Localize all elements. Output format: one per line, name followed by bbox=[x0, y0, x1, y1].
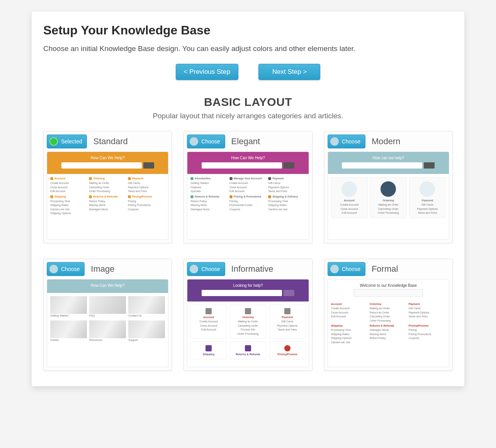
previous-step-button[interactable]: < Previous Step bbox=[176, 64, 239, 80]
select-label: Choose bbox=[342, 266, 360, 272]
preview-hero: How Can We Help? bbox=[47, 279, 168, 293]
preview-hero: How Can We Help? bbox=[47, 152, 168, 174]
setup-kb-page: Setup Your Knowledge Base Choose an init… bbox=[32, 12, 464, 386]
cart-icon bbox=[380, 181, 396, 197]
thumb-icon bbox=[89, 320, 126, 338]
thumb-icon bbox=[128, 296, 165, 314]
layout-name: Formal bbox=[372, 264, 398, 274]
preview-hero: How Can We Help? bbox=[187, 152, 308, 174]
page-subtitle: Choose an initial Knowledge Base design.… bbox=[43, 44, 453, 53]
select-informative-button[interactable]: Choose bbox=[187, 262, 225, 276]
preview-hero-text: How Can We Help? bbox=[50, 156, 165, 160]
select-image-button[interactable]: Choose bbox=[47, 262, 85, 276]
radio-icon bbox=[190, 137, 198, 146]
preview-elegant: How Can We Help? Introduction Getting St… bbox=[187, 152, 309, 240]
radio-icon bbox=[49, 137, 58, 146]
select-elegant-button[interactable]: Choose bbox=[187, 135, 225, 148]
thumb-icon bbox=[128, 320, 165, 338]
cart-icon bbox=[245, 308, 251, 314]
radio-icon bbox=[49, 265, 58, 273]
layout-card-image: Choose Image How Can We Help? Getting St… bbox=[43, 259, 172, 371]
truck-icon bbox=[206, 345, 212, 351]
select-label: Choose bbox=[342, 138, 360, 145]
preview-hero: Looking for help? bbox=[187, 279, 308, 302]
preview-hero-text: Looking for help? bbox=[190, 283, 305, 288]
preview-search bbox=[342, 162, 422, 169]
card-icon bbox=[420, 181, 435, 197]
preview-hero-text: How Can We Help? bbox=[50, 283, 165, 288]
select-label: Choose bbox=[61, 266, 80, 272]
preview-search-go bbox=[284, 290, 294, 296]
layout-name: Image bbox=[91, 264, 114, 274]
select-standard-button[interactable]: Selected bbox=[47, 135, 87, 148]
user-icon bbox=[206, 308, 212, 314]
radio-icon bbox=[330, 265, 339, 273]
preview-hero: How can we help? bbox=[328, 152, 449, 174]
select-label: Choose bbox=[201, 266, 220, 272]
page-title: Setup Your Knowledge Base bbox=[43, 23, 453, 37]
bookmark-icon bbox=[245, 345, 251, 351]
preview-formal: Welcome to our Knowledge Base Account Cr… bbox=[328, 279, 449, 367]
layout-name: Informative bbox=[231, 264, 273, 274]
preview-hero-text: How Can We Help? bbox=[190, 156, 305, 160]
nav-row: < Previous Step Next Step > bbox=[43, 64, 453, 80]
section-subtitle: Popular layout that nicely arranges cate… bbox=[43, 112, 453, 120]
thumb-icon bbox=[89, 296, 126, 314]
preview-image: How Can We Help? Getting Started FAQ Con… bbox=[47, 279, 168, 367]
preview-search bbox=[202, 162, 282, 169]
preview-modern: How can we help? Account Create AccountC… bbox=[328, 152, 449, 240]
preview-search-go bbox=[143, 162, 154, 169]
layout-name: Elegant bbox=[231, 136, 260, 146]
thumb-icon bbox=[50, 296, 87, 314]
next-step-button[interactable]: Next Step > bbox=[258, 64, 320, 80]
preview-hero-text: How can we help? bbox=[331, 156, 446, 160]
layout-card-standard: Selected Standard How Can We Help? Accou… bbox=[43, 131, 172, 243]
preview-search-go bbox=[284, 162, 294, 169]
preview-search bbox=[202, 290, 282, 296]
layout-card-modern: Choose Modern How can we help? Account C… bbox=[324, 131, 453, 243]
layout-name: Standard bbox=[93, 136, 127, 146]
select-formal-button[interactable]: Choose bbox=[328, 262, 365, 276]
thumb-icon bbox=[50, 320, 87, 338]
layout-card-formal: Choose Formal Welcome to our Knowledge B… bbox=[324, 259, 453, 371]
layout-card-informative: Choose Informative Looking for help? Acc… bbox=[183, 259, 312, 371]
select-modern-button[interactable]: Choose bbox=[328, 135, 365, 148]
select-label: Choose bbox=[201, 138, 220, 145]
select-label: Selected bbox=[61, 138, 82, 145]
dollar-icon bbox=[284, 345, 290, 351]
section-title: BASIC LAYOUT bbox=[43, 95, 453, 109]
preview-standard: How Can We Help? Account Create AccountC… bbox=[47, 152, 168, 240]
radio-icon bbox=[330, 137, 339, 146]
radio-icon bbox=[190, 265, 198, 273]
layout-grid: Selected Standard How Can We Help? Accou… bbox=[43, 131, 453, 371]
preview-search-go bbox=[424, 162, 435, 169]
layout-name: Modern bbox=[372, 136, 401, 146]
card-icon bbox=[284, 308, 290, 314]
preview-search bbox=[354, 289, 423, 296]
preview-hero-text: Welcome to our Knowledge Base bbox=[328, 279, 449, 289]
preview-informative: Looking for help? Account Create Account… bbox=[187, 279, 309, 367]
preview-search bbox=[61, 162, 142, 169]
user-icon bbox=[341, 181, 357, 197]
layout-card-elegant: Choose Elegant How Can We Help? Introduc… bbox=[183, 131, 312, 243]
